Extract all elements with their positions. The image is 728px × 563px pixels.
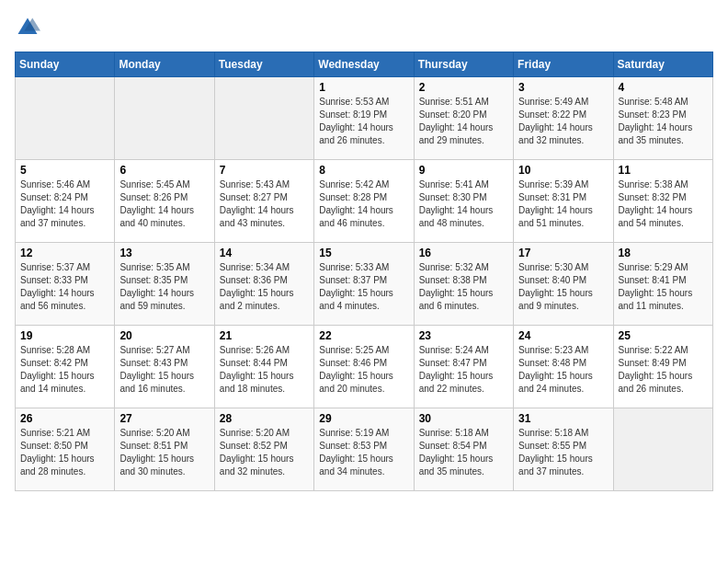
day-info: Sunrise: 5:32 AM Sunset: 8:38 PM Dayligh… bbox=[419, 261, 508, 313]
calendar-week-row: 26Sunrise: 5:21 AM Sunset: 8:50 PM Dayli… bbox=[16, 408, 713, 491]
logo-icon bbox=[15, 15, 40, 40]
calendar-day-cell: 28Sunrise: 5:20 AM Sunset: 8:52 PM Dayli… bbox=[214, 408, 313, 491]
day-info: Sunrise: 5:42 AM Sunset: 8:28 PM Dayligh… bbox=[319, 178, 408, 230]
day-info: Sunrise: 5:20 AM Sunset: 8:51 PM Dayligh… bbox=[119, 427, 209, 478]
day-info: Sunrise: 5:30 AM Sunset: 8:40 PM Dayligh… bbox=[518, 261, 608, 313]
day-number: 6 bbox=[119, 164, 209, 177]
day-number: 19 bbox=[20, 329, 109, 342]
day-info: Sunrise: 5:24 AM Sunset: 8:47 PM Dayligh… bbox=[419, 344, 508, 396]
calendar-day-cell: 17Sunrise: 5:30 AM Sunset: 8:40 PM Dayli… bbox=[514, 243, 613, 326]
calendar-day-cell: 13Sunrise: 5:35 AM Sunset: 8:35 PM Dayli… bbox=[115, 243, 214, 326]
day-number: 26 bbox=[20, 412, 109, 425]
day-number: 24 bbox=[518, 329, 608, 342]
logo bbox=[15, 15, 44, 40]
weekday-header: Friday bbox=[514, 52, 613, 77]
calendar-day-cell: 30Sunrise: 5:18 AM Sunset: 8:54 PM Dayli… bbox=[414, 408, 513, 491]
day-number: 10 bbox=[518, 164, 608, 177]
calendar-day-cell: 8Sunrise: 5:42 AM Sunset: 8:28 PM Daylig… bbox=[314, 160, 414, 243]
calendar-day-cell: 7Sunrise: 5:43 AM Sunset: 8:27 PM Daylig… bbox=[214, 160, 313, 243]
day-number: 29 bbox=[319, 412, 408, 425]
day-number: 25 bbox=[619, 329, 708, 342]
day-info: Sunrise: 5:18 AM Sunset: 8:55 PM Dayligh… bbox=[518, 427, 608, 478]
day-info: Sunrise: 5:48 AM Sunset: 8:23 PM Dayligh… bbox=[619, 96, 708, 147]
day-info: Sunrise: 5:28 AM Sunset: 8:42 PM Dayligh… bbox=[20, 344, 109, 396]
page-header bbox=[15, 15, 713, 40]
day-number: 14 bbox=[220, 247, 309, 259]
day-info: Sunrise: 5:20 AM Sunset: 8:52 PM Dayligh… bbox=[220, 427, 309, 478]
calendar-day-cell: 4Sunrise: 5:48 AM Sunset: 8:23 PM Daylig… bbox=[613, 77, 712, 160]
calendar-day-cell: 19Sunrise: 5:28 AM Sunset: 8:42 PM Dayli… bbox=[16, 326, 115, 408]
day-info: Sunrise: 5:45 AM Sunset: 8:26 PM Dayligh… bbox=[119, 178, 209, 230]
calendar-day-cell: 3Sunrise: 5:49 AM Sunset: 8:22 PM Daylig… bbox=[514, 77, 613, 160]
day-number: 13 bbox=[119, 247, 209, 259]
calendar-day-cell: 31Sunrise: 5:18 AM Sunset: 8:55 PM Dayli… bbox=[514, 408, 613, 491]
day-number: 3 bbox=[518, 81, 608, 94]
calendar-day-cell: 14Sunrise: 5:34 AM Sunset: 8:36 PM Dayli… bbox=[214, 243, 313, 326]
day-info: Sunrise: 5:25 AM Sunset: 8:46 PM Dayligh… bbox=[319, 344, 408, 396]
calendar-week-row: 12Sunrise: 5:37 AM Sunset: 8:33 PM Dayli… bbox=[16, 243, 713, 326]
day-number: 7 bbox=[220, 164, 309, 177]
day-info: Sunrise: 5:41 AM Sunset: 8:30 PM Dayligh… bbox=[419, 178, 508, 230]
day-number: 21 bbox=[220, 329, 309, 342]
calendar-day-cell: 29Sunrise: 5:19 AM Sunset: 8:53 PM Dayli… bbox=[314, 408, 414, 491]
day-number: 31 bbox=[518, 412, 608, 425]
weekday-header-row: SundayMondayTuesdayWednesdayThursdayFrid… bbox=[16, 52, 713, 77]
day-number: 18 bbox=[619, 247, 708, 259]
weekday-header: Tuesday bbox=[214, 52, 313, 77]
weekday-header: Wednesday bbox=[314, 52, 414, 77]
calendar-day-cell: 2Sunrise: 5:51 AM Sunset: 8:20 PM Daylig… bbox=[414, 77, 513, 160]
day-number: 15 bbox=[319, 247, 408, 259]
day-info: Sunrise: 5:19 AM Sunset: 8:53 PM Dayligh… bbox=[319, 427, 408, 478]
day-info: Sunrise: 5:39 AM Sunset: 8:31 PM Dayligh… bbox=[518, 178, 608, 230]
day-number: 28 bbox=[220, 412, 309, 425]
day-number: 9 bbox=[419, 164, 508, 177]
day-number: 1 bbox=[319, 81, 408, 94]
calendar-day-cell: 27Sunrise: 5:20 AM Sunset: 8:51 PM Dayli… bbox=[115, 408, 214, 491]
day-number: 30 bbox=[419, 412, 508, 425]
day-info: Sunrise: 5:49 AM Sunset: 8:22 PM Dayligh… bbox=[518, 96, 608, 147]
calendar-table: SundayMondayTuesdayWednesdayThursdayFrid… bbox=[15, 52, 713, 491]
calendar-day-cell: 25Sunrise: 5:22 AM Sunset: 8:49 PM Dayli… bbox=[613, 326, 712, 408]
calendar-day-cell: 22Sunrise: 5:25 AM Sunset: 8:46 PM Dayli… bbox=[314, 326, 414, 408]
calendar-day-cell: 12Sunrise: 5:37 AM Sunset: 8:33 PM Dayli… bbox=[16, 243, 115, 326]
day-number: 2 bbox=[419, 81, 508, 94]
calendar-day-cell: 24Sunrise: 5:23 AM Sunset: 8:48 PM Dayli… bbox=[514, 326, 613, 408]
calendar-day-cell bbox=[16, 77, 115, 160]
calendar-day-cell: 15Sunrise: 5:33 AM Sunset: 8:37 PM Dayli… bbox=[314, 243, 414, 326]
calendar-day-cell: 23Sunrise: 5:24 AM Sunset: 8:47 PM Dayli… bbox=[414, 326, 513, 408]
day-number: 27 bbox=[119, 412, 209, 425]
calendar-day-cell: 21Sunrise: 5:26 AM Sunset: 8:44 PM Dayli… bbox=[214, 326, 313, 408]
day-info: Sunrise: 5:27 AM Sunset: 8:43 PM Dayligh… bbox=[119, 344, 209, 396]
day-number: 5 bbox=[20, 164, 109, 177]
calendar-week-row: 19Sunrise: 5:28 AM Sunset: 8:42 PM Dayli… bbox=[16, 326, 713, 408]
day-number: 17 bbox=[518, 247, 608, 259]
day-info: Sunrise: 5:21 AM Sunset: 8:50 PM Dayligh… bbox=[20, 427, 109, 478]
day-info: Sunrise: 5:53 AM Sunset: 8:19 PM Dayligh… bbox=[319, 96, 408, 147]
day-info: Sunrise: 5:29 AM Sunset: 8:41 PM Dayligh… bbox=[619, 261, 708, 313]
weekday-header: Saturday bbox=[613, 52, 712, 77]
day-info: Sunrise: 5:26 AM Sunset: 8:44 PM Dayligh… bbox=[220, 344, 309, 396]
weekday-header: Monday bbox=[115, 52, 214, 77]
day-info: Sunrise: 5:46 AM Sunset: 8:24 PM Dayligh… bbox=[20, 178, 109, 230]
calendar-day-cell: 10Sunrise: 5:39 AM Sunset: 8:31 PM Dayli… bbox=[514, 160, 613, 243]
calendar-day-cell: 20Sunrise: 5:27 AM Sunset: 8:43 PM Dayli… bbox=[115, 326, 214, 408]
day-info: Sunrise: 5:22 AM Sunset: 8:49 PM Dayligh… bbox=[619, 344, 708, 396]
calendar-day-cell bbox=[613, 408, 712, 491]
day-number: 12 bbox=[20, 247, 109, 259]
weekday-header: Thursday bbox=[414, 52, 513, 77]
day-info: Sunrise: 5:37 AM Sunset: 8:33 PM Dayligh… bbox=[20, 261, 109, 313]
day-number: 11 bbox=[619, 164, 708, 177]
day-info: Sunrise: 5:51 AM Sunset: 8:20 PM Dayligh… bbox=[419, 96, 508, 147]
calendar-day-cell: 18Sunrise: 5:29 AM Sunset: 8:41 PM Dayli… bbox=[613, 243, 712, 326]
day-info: Sunrise: 5:34 AM Sunset: 8:36 PM Dayligh… bbox=[220, 261, 309, 313]
calendar-day-cell: 6Sunrise: 5:45 AM Sunset: 8:26 PM Daylig… bbox=[115, 160, 214, 243]
day-number: 23 bbox=[419, 329, 508, 342]
day-info: Sunrise: 5:33 AM Sunset: 8:37 PM Dayligh… bbox=[319, 261, 408, 313]
day-number: 22 bbox=[319, 329, 408, 342]
calendar-day-cell: 5Sunrise: 5:46 AM Sunset: 8:24 PM Daylig… bbox=[16, 160, 115, 243]
calendar-day-cell: 9Sunrise: 5:41 AM Sunset: 8:30 PM Daylig… bbox=[414, 160, 513, 243]
calendar-day-cell: 26Sunrise: 5:21 AM Sunset: 8:50 PM Dayli… bbox=[16, 408, 115, 491]
day-number: 8 bbox=[319, 164, 408, 177]
day-number: 4 bbox=[619, 81, 708, 94]
calendar-day-cell bbox=[214, 77, 313, 160]
